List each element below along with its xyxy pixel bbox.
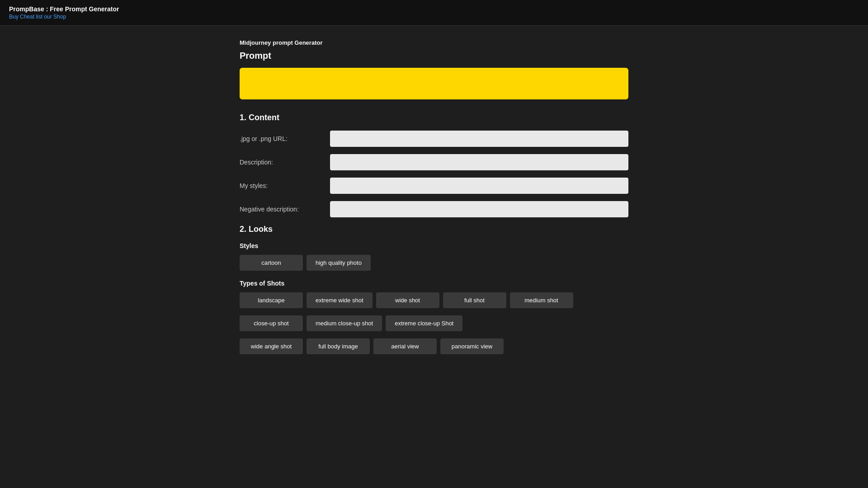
- shots-row-3: wide angle shot full body image aerial v…: [240, 338, 628, 354]
- shot-aerial-view-button[interactable]: aerial view: [373, 338, 437, 354]
- style-high-quality-photo-button[interactable]: high quality photo: [307, 255, 371, 271]
- shot-extreme-close-up-button[interactable]: extreme close-up Shot: [386, 315, 462, 331]
- main-content: Midjourney prompt Generator Prompt 1. Co…: [231, 26, 637, 375]
- content-section: 1. Content .jpg or .png URL: Description…: [240, 113, 628, 217]
- shots-row-1: landscape extreme wide shot wide shot fu…: [240, 292, 628, 308]
- header-title: PrompBase : Free Prompt Generator: [9, 5, 859, 13]
- my-styles-group: My styles:: [240, 178, 628, 194]
- page-label: Midjourney prompt Generator: [240, 39, 628, 46]
- negative-description-label: Negative description:: [240, 206, 330, 213]
- shots-label: Types of Shots: [240, 280, 628, 287]
- prompt-section: Prompt: [240, 51, 628, 99]
- my-styles-input[interactable]: [330, 178, 628, 194]
- header: PrompBase : Free Prompt Generator Buy Ch…: [0, 0, 868, 26]
- shot-full-body-button[interactable]: full body image: [307, 338, 370, 354]
- shot-wide-button[interactable]: wide shot: [376, 292, 439, 308]
- description-input[interactable]: [330, 154, 628, 170]
- negative-description-group: Negative description:: [240, 201, 628, 217]
- shot-landscape-button[interactable]: landscape: [240, 292, 303, 308]
- prompt-title: Prompt: [240, 51, 628, 61]
- header-link[interactable]: Buy Cheat list our Shop: [9, 14, 66, 20]
- shot-close-up-button[interactable]: close-up shot: [240, 315, 303, 331]
- jpg-url-input[interactable]: [330, 131, 628, 147]
- shot-extreme-wide-button[interactable]: extreme wide shot: [307, 292, 373, 308]
- description-label: Description:: [240, 159, 330, 166]
- styles-subsection: Styles cartoon high quality photo: [240, 242, 628, 271]
- looks-heading: 2. Looks: [240, 225, 628, 234]
- styles-buttons: cartoon high quality photo: [240, 255, 628, 271]
- shot-medium-close-up-button[interactable]: medium close-up shot: [307, 315, 382, 331]
- description-group: Description:: [240, 154, 628, 170]
- negative-description-input[interactable]: [330, 201, 628, 217]
- shots-subsection: Types of Shots landscape extreme wide sh…: [240, 280, 628, 354]
- styles-label: Styles: [240, 242, 628, 249]
- looks-section: 2. Looks Styles cartoon high quality pho…: [240, 225, 628, 354]
- style-cartoon-button[interactable]: cartoon: [240, 255, 303, 271]
- prompt-output-box[interactable]: [240, 68, 628, 99]
- shot-panoramic-view-button[interactable]: panoramic view: [440, 338, 504, 354]
- shot-full-button[interactable]: full shot: [443, 292, 506, 308]
- shots-row-2: close-up shot medium close-up shot extre…: [240, 315, 628, 331]
- shot-wide-angle-button[interactable]: wide angle shot: [240, 338, 303, 354]
- shot-medium-button[interactable]: medium shot: [510, 292, 573, 308]
- jpg-url-group: .jpg or .png URL:: [240, 131, 628, 147]
- content-heading: 1. Content: [240, 113, 628, 122]
- my-styles-label: My styles:: [240, 182, 330, 189]
- jpg-url-label: .jpg or .png URL:: [240, 135, 330, 142]
